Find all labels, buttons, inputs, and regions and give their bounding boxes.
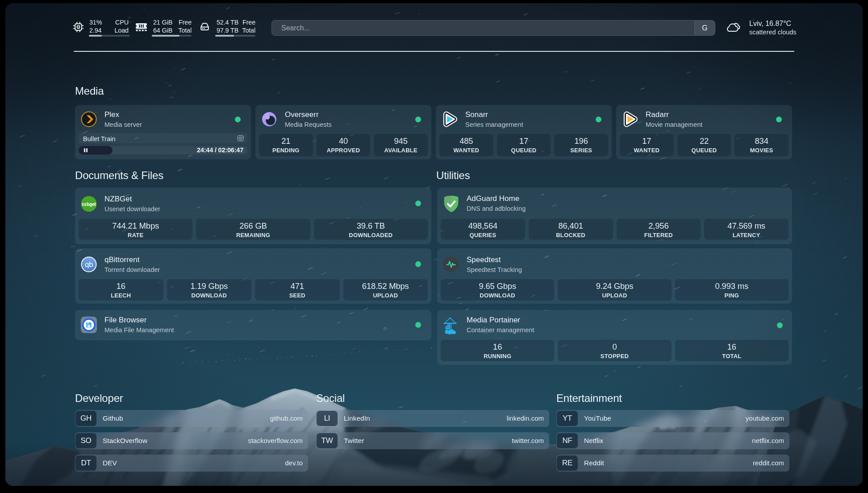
svg-text:qb: qb bbox=[85, 260, 93, 269]
svg-text:nzbget: nzbget bbox=[82, 201, 96, 207]
